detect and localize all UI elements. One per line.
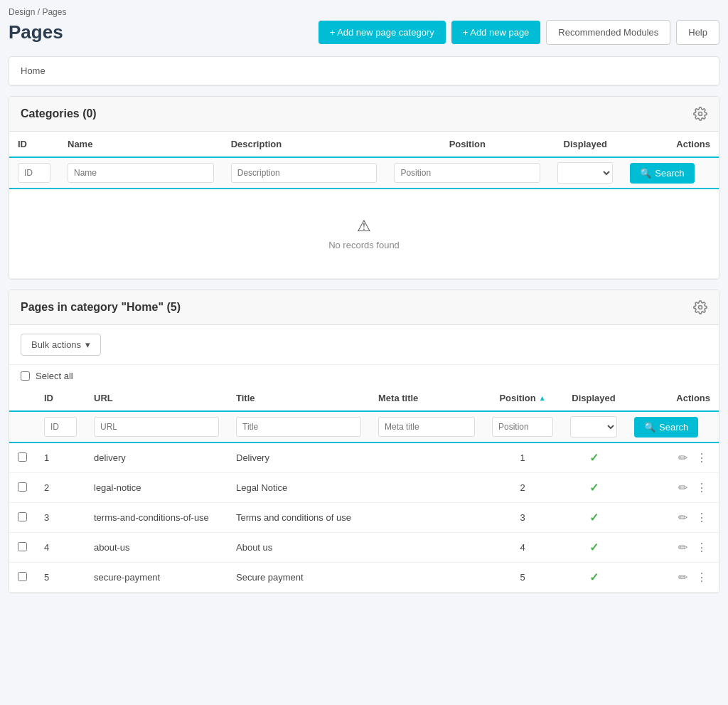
select-all-checkbox[interactable] bbox=[21, 371, 30, 381]
row-checkbox-0[interactable] bbox=[18, 452, 27, 462]
more-button-2[interactable]: ⋮ bbox=[693, 509, 710, 526]
row-displayed-4: ✓ bbox=[562, 563, 626, 593]
row-title-0: Delivery bbox=[228, 442, 370, 473]
filter-position-cell bbox=[385, 157, 549, 189]
row-checkbox-1[interactable] bbox=[18, 482, 27, 492]
more-button-0[interactable]: ⋮ bbox=[693, 450, 710, 466]
categories-id-input[interactable] bbox=[18, 163, 50, 183]
filter-id-cell bbox=[9, 157, 59, 189]
categories-header: Categories (0) bbox=[9, 97, 719, 132]
add-new-page-button[interactable]: + Add new page bbox=[451, 21, 541, 44]
categories-displayed-select[interactable]: Yes No bbox=[557, 162, 613, 184]
pages-url-input[interactable] bbox=[94, 417, 219, 437]
categories-name-input[interactable] bbox=[68, 163, 214, 183]
bulk-actions-button[interactable]: Bulk actions ▾ bbox=[21, 334, 101, 356]
edit-button-1[interactable]: ✏ bbox=[675, 479, 690, 496]
no-records-row: ⚠ No records found bbox=[9, 189, 719, 279]
no-records-cell: ⚠ No records found bbox=[9, 189, 719, 279]
more-button-4[interactable]: ⋮ bbox=[693, 569, 710, 585]
pages-table: ID URL Title Meta title Position ▲ Displ… bbox=[9, 386, 719, 593]
row-url-4: secure-payment bbox=[85, 563, 228, 593]
search-icon: 🔍 bbox=[640, 168, 651, 179]
categories-gear-icon[interactable] bbox=[693, 107, 707, 121]
warning-icon: ⚠ bbox=[26, 217, 702, 235]
displayed-check-icon: ✓ bbox=[589, 541, 599, 553]
displayed-check-icon: ✓ bbox=[589, 511, 599, 524]
edit-button-3[interactable]: ✏ bbox=[675, 539, 690, 556]
filter-pages-search-cell: 🔍 Search bbox=[626, 411, 719, 442]
pages-gear-icon[interactable] bbox=[693, 300, 707, 314]
categories-position-input[interactable] bbox=[394, 163, 540, 183]
filter-pages-displayed-cell: Yes No bbox=[562, 411, 626, 442]
table-row: 5 secure-payment Secure payment 5 ✓ ✏ ⋮ bbox=[9, 563, 719, 593]
select-all-label: Select all bbox=[36, 371, 73, 381]
select-all-row: Select all bbox=[9, 365, 719, 386]
pages-search-icon: 🔍 bbox=[644, 422, 655, 433]
no-records-message: ⚠ No records found bbox=[18, 196, 710, 272]
pages-displayed-select[interactable]: Yes No bbox=[570, 416, 617, 438]
row-metatitle-4 bbox=[370, 563, 483, 593]
categories-filter-row: Yes No 🔍 Search bbox=[9, 157, 719, 189]
edit-button-4[interactable]: ✏ bbox=[675, 569, 690, 585]
row-actions-0: ✏ ⋮ bbox=[626, 442, 719, 473]
displayed-check-icon: ✓ bbox=[589, 452, 599, 464]
pages-col-position[interactable]: Position ▲ bbox=[483, 386, 562, 411]
categories-title: Categories (0) bbox=[21, 107, 97, 120]
categories-description-input[interactable] bbox=[231, 163, 378, 183]
row-actions-1: ✏ ⋮ bbox=[626, 473, 719, 503]
row-id-2: 3 bbox=[36, 503, 85, 533]
row-id-1: 2 bbox=[36, 473, 85, 503]
row-id-4: 5 bbox=[36, 563, 85, 593]
recommended-modules-button[interactable]: Recommended Modules bbox=[546, 20, 670, 45]
row-position-0: 1 bbox=[483, 442, 562, 473]
edit-button-0[interactable]: ✏ bbox=[675, 450, 690, 466]
col-id: ID bbox=[9, 132, 59, 157]
pages-col-id: ID bbox=[36, 386, 85, 411]
row-position-2: 3 bbox=[483, 503, 562, 533]
row-url-0: delivery bbox=[85, 442, 228, 473]
filter-pages-id-cell bbox=[36, 411, 85, 442]
pages-section: Pages in category "Home" (5) Bulk action… bbox=[9, 290, 719, 593]
categories-search-button[interactable]: 🔍 Search bbox=[630, 163, 694, 184]
more-button-3[interactable]: ⋮ bbox=[693, 539, 710, 556]
pages-search-button[interactable]: 🔍 Search bbox=[634, 417, 698, 438]
pages-position-input[interactable] bbox=[492, 417, 553, 437]
row-checkbox-cell-3 bbox=[9, 533, 36, 563]
more-button-1[interactable]: ⋮ bbox=[693, 479, 710, 496]
home-breadcrumb: Home bbox=[9, 57, 719, 85]
row-displayed-0: ✓ bbox=[562, 442, 626, 473]
row-url-3: about-us bbox=[85, 533, 228, 563]
add-page-category-button[interactable]: + Add new page category bbox=[318, 21, 446, 44]
pages-title-input[interactable] bbox=[236, 417, 361, 437]
row-actions-4: ✏ ⋮ bbox=[626, 563, 719, 593]
pages-metatitle-input[interactable] bbox=[378, 417, 475, 437]
row-checkbox-2[interactable] bbox=[18, 512, 27, 521]
col-name: Name bbox=[59, 132, 223, 157]
filter-pages-position-cell bbox=[483, 411, 562, 442]
filter-check-cell bbox=[9, 411, 36, 442]
row-actions-3: ✏ ⋮ bbox=[626, 533, 719, 563]
col-position: Position bbox=[385, 132, 549, 157]
edit-button-2[interactable]: ✏ bbox=[675, 509, 690, 526]
row-displayed-1: ✓ bbox=[562, 473, 626, 503]
row-position-3: 4 bbox=[483, 533, 562, 563]
svg-point-1 bbox=[699, 306, 702, 309]
row-checkbox-cell-0 bbox=[9, 442, 36, 473]
displayed-check-icon: ✓ bbox=[589, 482, 599, 494]
row-checkbox-cell-1 bbox=[9, 473, 36, 503]
row-title-2: Terms and conditions of use bbox=[228, 503, 370, 533]
help-button[interactable]: Help bbox=[676, 20, 719, 45]
breadcrumb: Design / Pages bbox=[9, 7, 719, 17]
filter-displayed-cell: Yes No bbox=[549, 157, 621, 189]
pages-id-input[interactable] bbox=[44, 417, 77, 437]
filter-pages-url-cell bbox=[85, 411, 228, 442]
categories-section: Categories (0) ID Name Description Posit… bbox=[9, 96, 719, 280]
sort-arrow-icon: ▲ bbox=[539, 394, 546, 402]
position-sort: Position ▲ bbox=[499, 393, 545, 403]
filter-name-cell bbox=[59, 157, 223, 189]
row-checkbox-4[interactable] bbox=[18, 572, 27, 581]
row-checkbox-3[interactable] bbox=[18, 542, 27, 551]
col-displayed: Displayed bbox=[549, 132, 621, 157]
displayed-check-icon: ✓ bbox=[589, 571, 599, 583]
header-actions: + Add new page category + Add new page R… bbox=[318, 20, 719, 45]
